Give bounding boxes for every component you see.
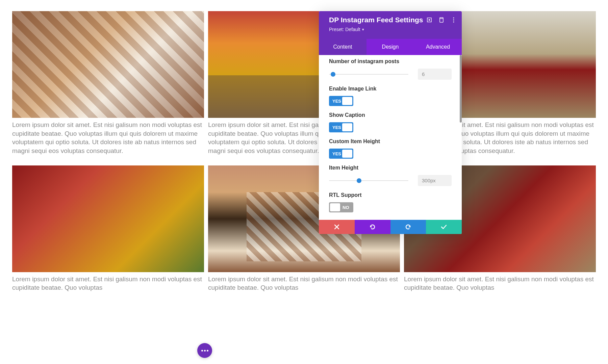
setting-show-caption: Show Caption YES [329,112,452,132]
number-of-posts-input[interactable] [418,69,452,80]
panel-footer [319,220,462,234]
toggle-state: NO [343,205,349,210]
svg-point-4 [453,18,454,19]
undo-button[interactable] [355,220,390,234]
feed-caption: Lorem ipsum dolor sit amet. Est nisi gal… [404,272,596,298]
floating-action-button[interactable] [197,343,212,358]
tab-content[interactable]: Content [319,39,366,55]
setting-label: Item Height [329,165,452,171]
feed-item: Lorem ipsum dolor sit amet. Est nisi gal… [12,165,204,298]
toggle-knob [342,97,352,105]
more-horizontal-icon [201,350,208,352]
setting-enable-image-link: Enable Image Link YES [329,86,452,106]
toggle-knob [330,203,340,211]
toggle-state: YES [332,99,341,104]
svg-point-1 [429,20,430,21]
setting-label: Enable Image Link [329,86,452,92]
svg-rect-2 [440,18,443,22]
setting-label: Show Caption [329,112,452,118]
slider-thumb[interactable] [357,178,361,183]
panel-header-actions [426,17,457,23]
feed-item: Lorem ipsum dolor sit amet. Est nisi gal… [12,11,204,161]
setting-item-height: Item Height [329,165,452,186]
preset-dropdown[interactable]: Preset: Default [329,27,456,32]
toggle-rtl-support[interactable]: NO [329,202,353,212]
setting-label: RTL Support [329,192,452,198]
redo-button[interactable] [390,220,426,234]
tab-advanced[interactable]: Advanced [414,39,462,55]
toggle-knob [342,150,352,158]
instagram-feed-grid: Lorem ipsum dolor sit amet. Est nisi gal… [0,0,608,309]
toggle-knob [342,123,352,131]
scrollbar[interactable] [460,55,462,123]
setting-number-of-posts: Number of instagram posts [329,58,452,80]
svg-point-5 [453,20,454,21]
toggle-custom-item-height[interactable]: YES [329,149,353,159]
feed-caption: Lorem ipsum dolor sit amet. Est nisi gal… [12,272,204,298]
responsive-icon[interactable] [438,17,445,23]
setting-custom-item-height: Custom Item Height YES [329,138,452,159]
feed-image[interactable] [12,165,204,272]
panel-header: DP Instagram Feed Settings Preset: Defau… [319,11,462,39]
toggle-state: YES [332,125,341,130]
setting-label: Number of instagram posts [329,58,452,64]
save-button[interactable] [426,220,462,234]
panel-body: Number of instagram posts Enable Image L… [319,55,462,220]
slider-thumb[interactable] [331,72,335,77]
toggle-show-caption[interactable]: YES [329,122,353,132]
slider-track[interactable] [329,74,408,75]
setting-rtl-support: RTL Support NO [329,192,452,212]
toggle-state: YES [332,151,341,156]
feed-image[interactable] [12,11,204,118]
settings-panel: DP Instagram Feed Settings Preset: Defau… [319,11,462,234]
svg-point-6 [453,22,454,23]
feed-caption: Lorem ipsum dolor sit amet. Est nisi gal… [12,118,204,161]
tab-design[interactable]: Design [366,39,414,55]
more-icon[interactable] [451,17,457,23]
cancel-button[interactable] [319,220,355,234]
toggle-enable-image-link[interactable]: YES [329,96,353,106]
expand-icon[interactable] [426,17,432,23]
panel-tabs: Content Design Advanced [319,39,462,55]
setting-label: Custom Item Height [329,138,452,145]
feed-caption: Lorem ipsum dolor sit amet. Est nisi gal… [208,272,400,298]
slider-track[interactable] [329,180,408,181]
item-height-input[interactable] [418,175,452,186]
